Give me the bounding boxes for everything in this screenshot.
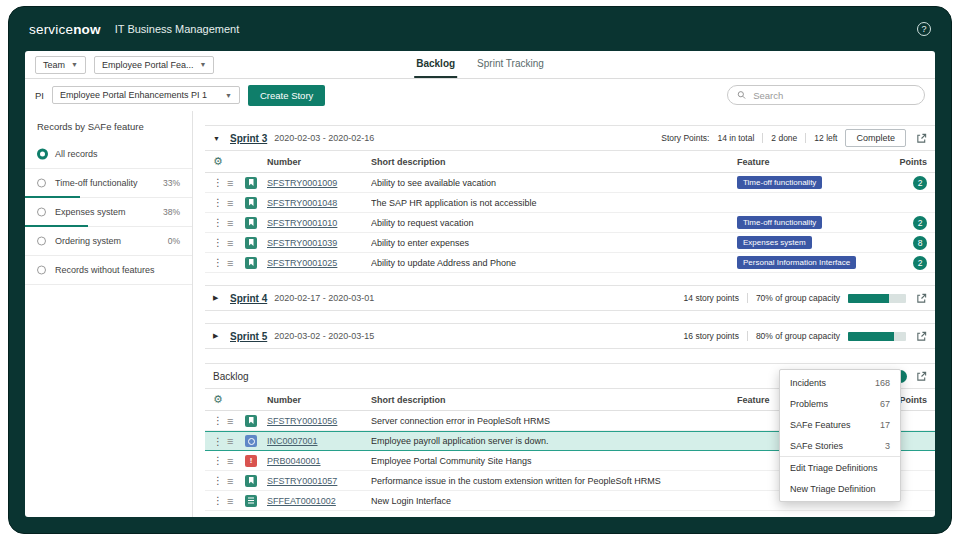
menu-item-problems[interactable]: Problems 67 [780, 393, 900, 414]
create-story-button[interactable]: Create Story [248, 85, 325, 106]
divider [805, 133, 806, 143]
kebab-menu-icon[interactable]: ⋮ [213, 197, 227, 208]
sprint-5-link[interactable]: Sprint 5 [230, 331, 267, 342]
record-number-link[interactable]: SFSTRY0001009 [267, 178, 371, 188]
radio-selected-icon[interactable] [37, 149, 48, 160]
record-number-link[interactable]: SFFEAT0001002 [267, 496, 371, 506]
sidebar-item-without-features[interactable]: Records without features [25, 256, 192, 285]
menu-item-edit-triage-definitions[interactable]: Edit Triage Definitions [780, 456, 900, 478]
kebab-menu-icon[interactable]: ⋮ [213, 495, 227, 506]
team-value-select[interactable]: Employee Portal Fea... ▼ [94, 56, 214, 74]
short-description: Ability to enter expenses [371, 238, 737, 248]
drag-handle-icon[interactable]: ≡ [227, 197, 245, 209]
settings-gear-icon[interactable]: ⚙ [213, 393, 267, 406]
menu-item-count: 168 [875, 378, 890, 388]
menu-item-count: 67 [880, 399, 890, 409]
feature-badge: Time-off functionality [737, 216, 822, 229]
record-number-link[interactable]: SFSTRY0001056 [267, 416, 371, 426]
drag-handle-icon[interactable]: ≡ [227, 257, 245, 269]
radio-icon[interactable] [37, 179, 46, 188]
help-icon[interactable]: ? [917, 22, 931, 36]
kebab-menu-icon[interactable]: ⋮ [213, 415, 227, 426]
feature-badge: Expenses system [737, 236, 812, 249]
kebab-menu-icon[interactable]: ⋮ [213, 475, 227, 486]
open-backlog-external-icon[interactable] [916, 371, 927, 382]
pi-select[interactable]: Employee Portal Enhancements PI 1 ▼ [52, 86, 240, 104]
table-row[interactable]: ⋮ ≡ SFSTRY0001039 Ability to enter expen… [205, 233, 935, 253]
sprint-summary: Story Points: 14 in total 2 done 12 left… [661, 129, 927, 147]
points-chip: 2 [913, 176, 927, 190]
capacity-label: 70% of group capacity [756, 293, 840, 303]
column-short-description: Short description [371, 395, 737, 405]
sidebar-item-all-records[interactable]: All records [25, 140, 192, 169]
open-sprint-external-icon[interactable] [916, 331, 927, 342]
table-row[interactable]: ⋮ ≡ SFSTRY0001025 Ability to update Addr… [205, 253, 935, 273]
menu-item-label: Incidents [790, 378, 826, 388]
tab-backlog[interactable]: Backlog [414, 51, 457, 78]
menu-item-safe-features[interactable]: SAFe Features 17 [780, 414, 900, 435]
record-number-link[interactable]: PRB0040001 [267, 456, 371, 466]
kebab-menu-icon[interactable]: ⋮ [213, 436, 227, 447]
drag-handle-icon[interactable]: ≡ [227, 177, 245, 189]
sidebar-item-label: Expenses system [55, 207, 126, 217]
kebab-menu-icon[interactable]: ⋮ [213, 237, 227, 248]
menu-item-new-triage-definition[interactable]: New Triage Definition [780, 478, 900, 499]
radio-icon[interactable] [37, 237, 46, 246]
sidebar-item-time-off[interactable]: Time-off functionality 33% [25, 169, 192, 198]
search-box[interactable] [727, 85, 925, 105]
complete-button[interactable]: Complete [845, 129, 906, 147]
sprint-4-link[interactable]: Sprint 4 [230, 293, 267, 304]
team-select[interactable]: Team ▼ [35, 56, 86, 74]
drag-handle-icon[interactable]: ≡ [227, 237, 245, 249]
table-row[interactable]: ⋮ ≡ SFSTRY0001009 Ability to see availab… [205, 173, 935, 193]
menu-item-label: New Triage Definition [790, 484, 876, 494]
team-value-label: Employee Portal Fea... [102, 60, 194, 70]
radio-icon[interactable] [37, 266, 46, 275]
menu-item-safe-stories[interactable]: SAFe Stories 3 [780, 435, 900, 456]
content-area: Records by SAFe feature All records Time… [25, 111, 935, 517]
table-row[interactable]: ⋮ ≡ SFSTRY0001010 Ability to request vac… [205, 213, 935, 233]
sprint-summary: 16 story points 80% of group capacity [684, 331, 927, 342]
story-icon [245, 237, 257, 249]
expand-icon[interactable]: ▶ [213, 294, 223, 302]
sprint-3-link[interactable]: Sprint 3 [230, 133, 267, 144]
story-icon [245, 415, 257, 427]
kebab-menu-icon[interactable]: ⋮ [213, 257, 227, 268]
short-description: Performance issue in the custom extensio… [371, 476, 737, 486]
expand-icon[interactable]: ▶ [213, 332, 223, 340]
tab-sprint-tracking[interactable]: Sprint Tracking [475, 51, 546, 78]
drag-handle-icon[interactable]: ≡ [227, 415, 245, 427]
record-number-link[interactable]: SFSTRY0001057 [267, 476, 371, 486]
menu-item-incidents[interactable]: Incidents 168 [780, 372, 900, 393]
drag-handle-icon[interactable]: ≡ [227, 475, 245, 487]
search-input[interactable] [751, 89, 915, 102]
sidebar-item-percent: 38% [163, 207, 180, 217]
record-number-link[interactable]: SFSTRY0001010 [267, 218, 371, 228]
open-sprint-external-icon[interactable] [916, 133, 927, 144]
points-chip: 2 [913, 256, 927, 270]
table-row[interactable]: ⋮ ≡ SFSTRY0001048 The SAP HR application… [205, 193, 935, 213]
record-number-link[interactable]: INC0007001 [267, 436, 371, 446]
record-number-link[interactable]: SFSTRY0001025 [267, 258, 371, 268]
points-chip: 8 [913, 236, 927, 250]
drag-handle-icon[interactable]: ≡ [227, 495, 245, 507]
sidebar-item-expenses[interactable]: Expenses system 38% [25, 198, 192, 227]
radio-icon[interactable] [37, 208, 46, 217]
kebab-menu-icon[interactable]: ⋮ [213, 177, 227, 188]
sprint-3-section: ▼ Sprint 3 2020-02-03 - 2020-02-16 Story… [205, 125, 935, 273]
sidebar-item-label: Time-off functionality [55, 178, 138, 188]
record-number-link[interactable]: SFSTRY0001039 [267, 238, 371, 248]
kebab-menu-icon[interactable]: ⋮ [213, 217, 227, 228]
drag-handle-icon[interactable]: ≡ [227, 435, 245, 447]
drag-handle-icon[interactable]: ≡ [227, 455, 245, 467]
sidebar-item-ordering[interactable]: Ordering system 0% [25, 227, 192, 256]
collapse-icon[interactable]: ▼ [213, 135, 223, 142]
settings-gear-icon[interactable]: ⚙ [213, 155, 267, 168]
story-icon [245, 177, 257, 189]
record-number-link[interactable]: SFSTRY0001048 [267, 198, 371, 208]
drag-handle-icon[interactable]: ≡ [227, 217, 245, 229]
capacity-label: 80% of group capacity [756, 331, 840, 341]
story-icon [245, 197, 257, 209]
kebab-menu-icon[interactable]: ⋮ [213, 455, 227, 466]
open-sprint-external-icon[interactable] [916, 293, 927, 304]
